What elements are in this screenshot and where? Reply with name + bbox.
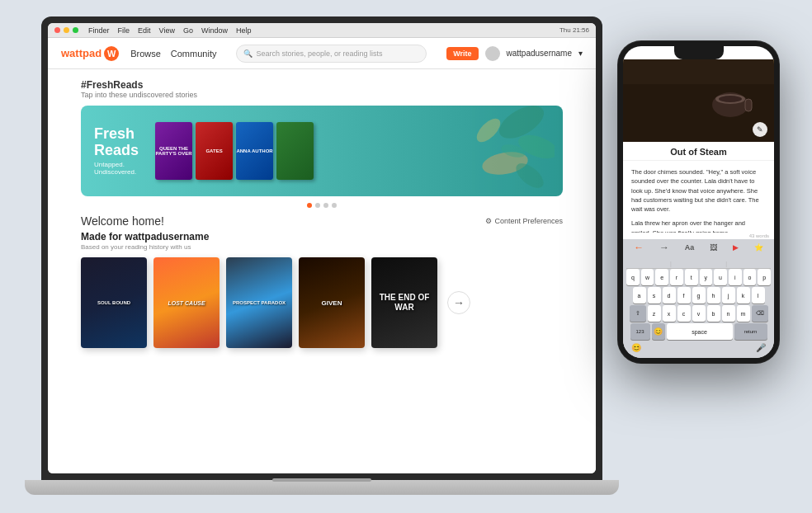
chevron-down-icon: ▾ [578,49,583,58]
return-key[interactable]: return [734,323,767,340]
fresh-reads-banner[interactable]: Fresh Reads Untapped. Undiscovered. QUEE… [81,106,563,196]
book-soul-bound-cover: SOUL BOUND [81,257,147,348]
window-menu[interactable]: Window [201,26,228,35]
key-i[interactable]: i [729,269,742,285]
key-q[interactable]: q [626,269,640,285]
dot-2[interactable] [315,203,320,208]
key-s[interactable]: s [648,287,661,304]
main-nav: Browse Community [130,49,216,59]
redo-button[interactable]: → [659,242,669,253]
key-p[interactable]: p [758,269,771,285]
header-right: Write wattpadusername ▾ [446,46,583,61]
hero-action-btn[interactable]: ✎ [753,122,767,137]
key-a[interactable]: a [633,287,646,304]
file-menu[interactable]: File [118,26,130,35]
key-u[interactable]: u [714,269,727,285]
dot-4[interactable] [332,203,337,208]
books-row: SOUL BOUND LOST CAUSE PROSPECT PARADOX [81,257,563,348]
key-n[interactable]: n [722,305,735,322]
undo-button[interactable]: ← [634,242,644,253]
key-z[interactable]: z [648,305,661,322]
close-dot[interactable] [54,27,60,33]
view-menu[interactable]: View [159,26,175,35]
search-bar[interactable]: 🔍 Search stories, people, or reading lis… [236,45,427,63]
key-l[interactable]: l [752,287,765,304]
shift-key[interactable]: ⇧ [630,305,646,322]
mic-icon[interactable]: 🎤 [756,343,766,352]
key-y[interactable]: y [700,269,713,285]
hero-overlay [623,59,774,142]
keyboard-row-4: 123 😊 space return [626,323,771,340]
key-c[interactable]: c [677,305,691,322]
username-label[interactable]: wattpadusername [507,49,573,58]
next-arrow-button[interactable]: → [447,291,470,314]
finder-label: Finder [88,26,110,35]
text-format-button[interactable]: Aa [685,243,695,252]
based-on-text: Based on your reading history with us [81,243,563,251]
space-key[interactable]: space [667,323,733,340]
banner-book-1[interactable]: QUEEN THE PARTY'S OVER [155,122,192,180]
key-k[interactable]: k [737,287,750,304]
write-button[interactable]: Write [446,47,478,60]
star-button[interactable]: ⭐ [754,243,763,252]
keyboard[interactable]: | | q w e r t y u i [623,256,774,358]
laptop: Finder File Edit View Go Window Help Thu… [25,16,619,495]
edit-menu[interactable]: Edit [138,26,151,35]
book-lost-cause[interactable]: LOST CAUSE [153,257,220,348]
key-t[interactable]: t [685,269,698,285]
dot-3[interactable] [323,203,328,208]
key-b[interactable]: b [707,305,720,322]
book-prospect-paradox-cover: PROSPECT PARADOX [226,257,292,348]
key-j[interactable]: j [722,287,735,304]
key-m[interactable]: m [737,305,750,322]
laptop-body [25,480,619,495]
book-given[interactable]: GIVEN [299,257,365,348]
minimize-dot[interactable] [64,27,69,33]
key-e[interactable]: e [655,269,668,285]
book-given-cover: GIVEN [299,257,365,348]
phone: ✎ Out of Steam The door chimes sounded. … [618,41,779,363]
key-r[interactable]: r [670,269,683,285]
laptop-screen: Finder File Edit View Go Window Help Thu… [48,23,596,473]
key-x[interactable]: x [663,305,676,322]
banner-book-3[interactable]: ANNA AUTHOR [236,122,273,180]
logo-w-icon: W [104,46,119,61]
emoji-icon[interactable]: 😊 [631,343,641,352]
fresh-reads-subtitle: Tap into these undiscovered stories [81,91,563,99]
community-link[interactable]: Community [171,49,217,59]
bottom-bar: 😊 🎤 [626,341,771,355]
wattpad-logo[interactable]: wattpad W [61,46,119,61]
help-menu[interactable]: Help [236,26,252,35]
video-insert-button[interactable]: ▶ [733,243,739,252]
story-paragraph-2: Lala threw her apron over the hanger and… [631,219,766,233]
delete-key[interactable]: ⌫ [752,305,768,322]
laptop-screen-outer: Finder File Edit View Go Window Help Thu… [41,16,602,480]
content-preferences[interactable]: ⚙ Content Preferences [485,217,563,225]
dot-1[interactable] [307,203,312,208]
key-g[interactable]: g [692,287,706,304]
key-d[interactable]: d [663,287,676,304]
banner-book-2[interactable]: GATES [196,122,233,180]
key-f[interactable]: f [677,287,691,304]
main-content: #FreshReads Tap into these undiscovered … [48,69,596,473]
content-pref-label: Content Preferences [494,217,563,225]
book-end-of-war[interactable]: THE END OF WAR [371,257,437,348]
image-insert-button[interactable]: 🖼 [710,243,717,252]
key-o[interactable]: o [744,269,757,285]
banner-title: Fresh Reads [94,126,139,159]
maximize-dot[interactable] [73,27,78,33]
go-menu[interactable]: Go [183,26,193,35]
emoji-key[interactable]: 😊 [652,323,665,340]
sliders-icon: ⚙ [485,217,492,225]
key-w[interactable]: w [641,269,654,285]
book-prospect-paradox[interactable]: PROSPECT PARADOX [226,257,292,348]
browse-link[interactable]: Browse [130,49,161,59]
word-suggestions: | | [626,259,771,269]
macos-bar: Finder File Edit View Go Window Help Thu… [48,23,596,38]
key-h[interactable]: h [707,287,720,304]
key-v[interactable]: v [692,305,706,322]
book-soul-bound[interactable]: SOUL BOUND [81,257,147,348]
number-key[interactable]: 123 [630,323,650,340]
editor-toolbar[interactable]: ← → Aa 🖼 ▶ ⭐ [623,239,774,256]
banner-book-4[interactable] [276,122,314,180]
